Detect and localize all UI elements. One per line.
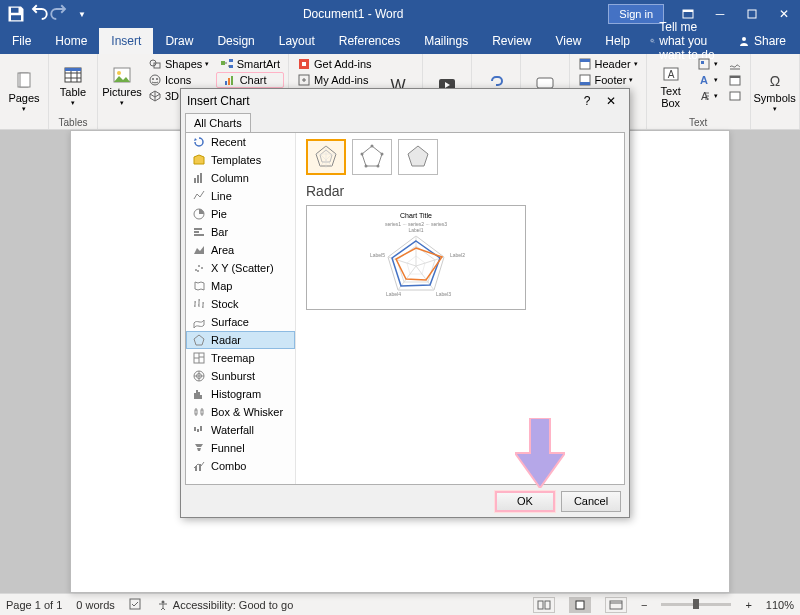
svg-rect-11	[65, 68, 81, 71]
svg-text:Label4: Label4	[386, 291, 401, 297]
chart-preview[interactable]: Chart Title series1 ··· series2 ··· seri…	[306, 205, 526, 310]
tab-review[interactable]: Review	[480, 28, 543, 54]
chart-type-combo[interactable]: Combo	[186, 457, 295, 475]
radar-subtype-2[interactable]	[352, 139, 392, 175]
svg-rect-9	[20, 73, 30, 87]
share-button[interactable]: Share	[724, 34, 800, 48]
tab-view[interactable]: View	[544, 28, 594, 54]
ok-button[interactable]: OK	[495, 491, 555, 512]
zoom-out-button[interactable]: −	[641, 599, 647, 611]
svg-rect-62	[200, 395, 202, 399]
radar-subtype-1[interactable]	[306, 139, 346, 175]
spellcheck-icon[interactable]	[129, 597, 143, 613]
undo-icon[interactable]	[28, 4, 48, 24]
all-charts-tab[interactable]: All Charts	[185, 113, 251, 132]
svg-point-83	[161, 600, 164, 603]
svg-point-18	[156, 78, 158, 80]
accessibility-status[interactable]: Accessibility: Good to go	[157, 599, 293, 611]
chart-type-funnel[interactable]: Funnel	[186, 439, 295, 457]
quick-parts-icon[interactable]: ▾	[693, 56, 722, 72]
qat-customize-icon[interactable]: ▼	[72, 4, 92, 24]
chart-type-recent[interactable]: Recent	[186, 133, 295, 151]
svg-text:Label5: Label5	[370, 252, 385, 258]
svg-text:Label1: Label1	[408, 227, 423, 233]
shapes-button[interactable]: Shapes ▾	[144, 56, 214, 72]
zoom-level[interactable]: 110%	[766, 599, 794, 611]
tab-help[interactable]: Help	[593, 28, 642, 54]
chart-type-column[interactable]: Column	[186, 169, 295, 187]
chart-type-box-whisker[interactable]: Box & Whisker	[186, 403, 295, 421]
svg-rect-84	[538, 601, 543, 609]
chart-type-treemap[interactable]: Treemap	[186, 349, 295, 367]
zoom-slider[interactable]	[661, 603, 731, 606]
maximize-icon[interactable]	[736, 0, 768, 28]
tab-design[interactable]: Design	[205, 28, 266, 54]
pictures-button[interactable]: Pictures▾	[102, 56, 142, 116]
print-layout-icon[interactable]	[569, 597, 591, 613]
tab-insert[interactable]: Insert	[99, 28, 153, 54]
tab-home[interactable]: Home	[43, 28, 99, 54]
dialog-help-icon[interactable]: ?	[575, 94, 599, 108]
smartart-button[interactable]: SmartArt	[216, 56, 284, 72]
word-count[interactable]: 0 words	[76, 599, 115, 611]
svg-rect-23	[228, 78, 230, 85]
chart-type-area[interactable]: Area	[186, 241, 295, 259]
cancel-button[interactable]: Cancel	[561, 491, 621, 512]
chart-type-surface[interactable]: Surface	[186, 313, 295, 331]
svg-rect-51	[194, 234, 204, 236]
footer-button[interactable]: Footer ▾	[574, 72, 642, 88]
svg-rect-32	[580, 59, 590, 62]
tab-mailings[interactable]: Mailings	[412, 28, 480, 54]
drop-cap-icon[interactable]: A▾	[693, 88, 722, 104]
text-box-button[interactable]: AText Box	[651, 56, 691, 116]
svg-rect-22	[225, 81, 227, 85]
tab-references[interactable]: References	[327, 28, 412, 54]
chart-button[interactable]: Chart	[216, 72, 284, 88]
tab-draw[interactable]: Draw	[153, 28, 205, 54]
table-button[interactable]: Table▾	[53, 56, 93, 116]
svg-point-71	[381, 153, 384, 156]
chart-type-line[interactable]: Line	[186, 187, 295, 205]
zoom-in-button[interactable]: +	[745, 599, 751, 611]
header-button[interactable]: Header ▾	[574, 56, 642, 72]
my-addins-button[interactable]: My Add-ins	[293, 72, 375, 88]
pages-button[interactable]: Pages▾	[4, 56, 44, 127]
chart-type-pie[interactable]: Pie	[186, 205, 295, 223]
radar-subtype-3[interactable]	[398, 139, 438, 175]
icons-button[interactable]: Icons	[144, 72, 214, 88]
ribbon-tabs: FileHomeInsertDrawDesignLayoutReferences…	[0, 28, 800, 54]
chart-type-sunburst[interactable]: Sunburst	[186, 367, 295, 385]
chart-subtitle: Radar	[306, 183, 614, 199]
chart-type-waterfall[interactable]: Waterfall	[186, 421, 295, 439]
symbols-button[interactable]: ΩSymbols▾	[755, 56, 795, 127]
chart-type-map[interactable]: Map	[186, 277, 295, 295]
object-icon[interactable]	[724, 88, 746, 104]
tab-file[interactable]: File	[0, 28, 43, 54]
svg-text:A: A	[700, 74, 708, 86]
svg-point-54	[201, 267, 203, 269]
svg-rect-20	[229, 59, 233, 62]
svg-rect-3	[683, 10, 693, 12]
dialog-close-icon[interactable]: ✕	[599, 94, 623, 108]
page-indicator[interactable]: Page 1 of 1	[6, 599, 62, 611]
save-icon[interactable]	[6, 4, 26, 24]
signature-line-icon[interactable]	[724, 56, 746, 72]
tab-layout[interactable]: Layout	[267, 28, 327, 54]
close-icon[interactable]: ✕	[768, 0, 800, 28]
chart-type-templates[interactable]: Templates	[186, 151, 295, 169]
wordart-icon[interactable]: A▾	[693, 72, 722, 88]
svg-rect-85	[545, 601, 550, 609]
svg-rect-24	[231, 76, 233, 85]
svg-rect-63	[195, 410, 197, 414]
svg-rect-65	[194, 427, 196, 431]
date-time-icon[interactable]	[724, 72, 746, 88]
chart-type-radar[interactable]: Radar	[186, 331, 295, 349]
get-addins-button[interactable]: Get Add-ins	[293, 56, 375, 72]
chart-type-stock[interactable]: Stock	[186, 295, 295, 313]
chart-type-x-y-scatter-[interactable]: X Y (Scatter)	[186, 259, 295, 277]
read-mode-icon[interactable]	[533, 597, 555, 613]
chart-type-bar[interactable]: Bar	[186, 223, 295, 241]
chart-type-histogram[interactable]: Histogram	[186, 385, 295, 403]
redo-icon[interactable]	[50, 4, 70, 24]
web-layout-icon[interactable]	[605, 597, 627, 613]
